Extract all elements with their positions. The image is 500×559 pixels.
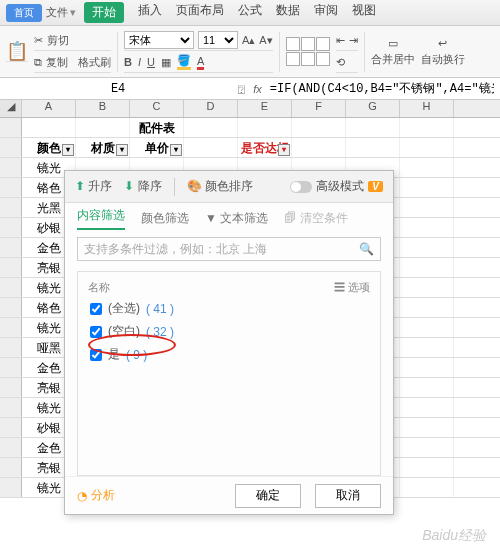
header-0[interactable]: 颜色▾ xyxy=(22,138,76,157)
fx-label: fx xyxy=(253,83,262,95)
ribbon: 📋 ✂剪切 ⧉复制格式刷 宋体 11 A▴ A▾ B I U ▦ 🪣 A ⇤⇥ … xyxy=(0,26,500,78)
filter-item[interactable]: 是( 9 ) xyxy=(84,343,374,366)
wrap-label: 自动换行 xyxy=(421,52,465,67)
header-4[interactable]: 是否达标▾ xyxy=(238,138,292,157)
col-F[interactable]: F xyxy=(292,100,346,117)
header-3[interactable] xyxy=(184,138,238,157)
sort-color[interactable]: 🎨 颜色排序 xyxy=(187,178,253,195)
advanced-badge-icon: V xyxy=(368,181,383,192)
filter-item-count: ( 9 ) xyxy=(126,348,147,362)
analyze-button[interactable]: ◔分析 xyxy=(77,487,115,504)
col-G[interactable]: G xyxy=(346,100,400,117)
advanced-toggle[interactable] xyxy=(290,181,312,193)
merge-label: 合并居中 xyxy=(371,52,415,67)
home-button[interactable]: 首页 xyxy=(6,4,42,22)
fill-color-icon[interactable]: 🪣 xyxy=(177,54,191,70)
filter-tab-text[interactable]: ▼ 文本筛选 xyxy=(205,210,268,227)
tab-review[interactable]: 审阅 xyxy=(314,2,338,23)
fx-icon[interactable]: ⍰ xyxy=(238,83,245,95)
filter-checkbox[interactable] xyxy=(90,349,102,361)
sort-asc[interactable]: ⬆ 升序 xyxy=(75,178,112,195)
title-bar: 首页 文件 ▾ 开始 插入 页面布局 公式 数据 审阅 视图 xyxy=(0,0,500,26)
file-menu[interactable]: 文件 xyxy=(46,5,68,20)
filter-tab-content[interactable]: 内容筛选 xyxy=(77,207,125,230)
copy-label: 复制 xyxy=(46,55,68,70)
column-headers: ◢ A B C D E F G H xyxy=(0,100,500,118)
size-select[interactable]: 11 xyxy=(198,31,238,49)
table-title: 配件表 xyxy=(130,118,184,137)
advanced-label: 高级模式 xyxy=(316,178,364,195)
font-color-icon[interactable]: A xyxy=(197,55,204,70)
filter-drop-icon[interactable]: ▾ xyxy=(62,144,74,156)
filter-item-label: (空白) xyxy=(108,323,140,340)
dec-font-icon[interactable]: A▾ xyxy=(259,34,272,47)
orientation-icon[interactable]: ⟲ xyxy=(336,56,345,69)
name-box[interactable] xyxy=(6,80,230,98)
format-painter[interactable]: 格式刷 xyxy=(78,55,111,70)
col-E[interactable]: E xyxy=(238,100,292,117)
alignment-grid[interactable] xyxy=(286,37,330,66)
filter-item-label: 是 xyxy=(108,346,120,363)
filter-item-count: ( 32 ) xyxy=(146,325,174,339)
select-all-corner[interactable]: ◢ xyxy=(0,100,22,117)
filter-item-count: ( 41 ) xyxy=(146,302,174,316)
col-B[interactable]: B xyxy=(76,100,130,117)
cut-label: 剪切 xyxy=(47,33,69,48)
tab-view[interactable]: 视图 xyxy=(352,2,376,23)
tab-layout[interactable]: 页面布局 xyxy=(176,2,224,23)
tab-data[interactable]: 数据 xyxy=(276,2,300,23)
col-C[interactable]: C xyxy=(130,100,184,117)
list-options[interactable]: ☰ 选项 xyxy=(334,280,370,295)
filter-drop-icon[interactable]: ▾ xyxy=(278,144,290,156)
filter-tab-clear[interactable]: 🗐 清空条件 xyxy=(284,210,347,227)
filter-checkbox[interactable] xyxy=(90,326,102,338)
cancel-button[interactable]: 取消 xyxy=(315,484,381,508)
list-header-name: 名称 xyxy=(88,280,110,295)
sort-desc[interactable]: ⬇ 降序 xyxy=(124,178,161,195)
filter-list: 名称 ☰ 选项 (全选)( 41 )(空白)( 32 )是( 9 ) xyxy=(77,271,381,476)
bold-icon[interactable]: B xyxy=(124,56,132,68)
border-icon[interactable]: ▦ xyxy=(161,56,171,69)
indent-dec-icon[interactable]: ⇤ xyxy=(336,34,345,47)
header-1[interactable]: 材质▾ xyxy=(76,138,130,157)
filter-panel: ⬆ 升序 ⬇ 降序 🎨 颜色排序 高级模式 V 内容筛选 颜色筛选 ▼ 文本筛选… xyxy=(64,170,394,515)
underline-icon[interactable]: U xyxy=(147,56,155,68)
wrap-icon[interactable]: ↩ xyxy=(438,37,447,50)
filter-checkbox[interactable] xyxy=(90,303,102,315)
filter-tab-color[interactable]: 颜色筛选 xyxy=(141,210,189,227)
formula-input[interactable] xyxy=(270,82,494,96)
tab-insert[interactable]: 插入 xyxy=(138,2,162,23)
paste-icon[interactable]: 📋 xyxy=(6,40,28,62)
watermark: Baidu经验 xyxy=(422,527,486,545)
filter-item-label: (全选) xyxy=(108,300,140,317)
tab-start[interactable]: 开始 xyxy=(84,2,124,23)
col-A[interactable]: A xyxy=(22,100,76,117)
font-select[interactable]: 宋体 xyxy=(124,31,194,49)
formula-bar: ⍰ fx xyxy=(0,78,500,100)
search-icon: 🔍 xyxy=(359,242,374,256)
filter-drop-icon[interactable]: ▾ xyxy=(170,144,182,156)
filter-drop-icon[interactable]: ▾ xyxy=(116,144,128,156)
ribbon-tabs: 开始 插入 页面布局 公式 数据 审阅 视图 xyxy=(84,2,376,23)
search-placeholder: 支持多条件过滤，例如：北京 上海 xyxy=(84,241,267,258)
filter-item[interactable]: (空白)( 32 ) xyxy=(84,320,374,343)
pie-icon: ◔ xyxy=(77,489,87,503)
cut-icon[interactable]: ✂ xyxy=(34,34,43,47)
inc-font-icon[interactable]: A▴ xyxy=(242,34,255,47)
col-D[interactable]: D xyxy=(184,100,238,117)
filter-search[interactable]: 支持多条件过滤，例如：北京 上海 🔍 xyxy=(77,237,381,261)
tab-formula[interactable]: 公式 xyxy=(238,2,262,23)
italic-icon[interactable]: I xyxy=(138,56,141,68)
col-H[interactable]: H xyxy=(400,100,454,117)
merge-icon[interactable]: ▭ xyxy=(388,37,398,50)
copy-icon[interactable]: ⧉ xyxy=(34,56,42,69)
filter-item[interactable]: (全选)( 41 ) xyxy=(84,297,374,320)
ok-button[interactable]: 确定 xyxy=(235,484,301,508)
header-2[interactable]: 单价▾ xyxy=(130,138,184,157)
indent-inc-icon[interactable]: ⇥ xyxy=(349,34,358,47)
